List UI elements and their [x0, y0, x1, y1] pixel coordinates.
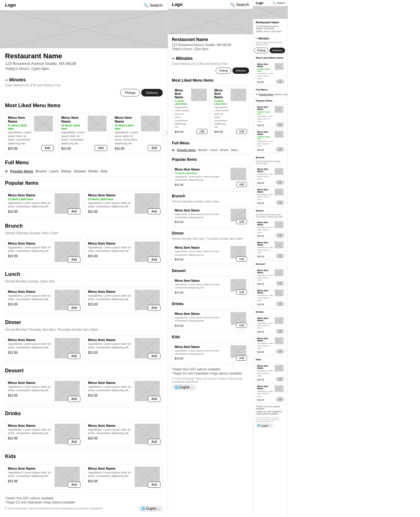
language-button-large[interactable]: 🌐 English ⌄	[138, 506, 163, 511]
add-button[interactable]: Add	[277, 302, 283, 305]
nav-popular-small[interactable]: Popular Items	[259, 93, 273, 96]
kids-grid-large: Menu Item Name Ingredients: Lorem ipsum …	[0, 461, 168, 492]
item-price: $15.00	[257, 255, 274, 258]
nav-dinner-medium[interactable]: Dinner	[220, 148, 229, 152]
brunch-grid-large: Menu Item Name Ingredients: Lorem ipsum …	[0, 236, 168, 267]
nav-brunch-large[interactable]: Brunch	[36, 169, 47, 173]
restaurant-name-small: Restaurant Name	[256, 21, 285, 24]
lunch-grid-large: Menu Item Name Ingredients: Lorem ipsum …	[0, 284, 168, 316]
add-button[interactable]: Add	[68, 257, 80, 263]
nav-dessert-medium[interactable]: Dess...	[231, 148, 240, 152]
item-name: Menu Item Name	[175, 168, 229, 171]
add-button[interactable]: Add	[277, 148, 283, 151]
item-badge: #1 Most Liked Item	[8, 198, 53, 201]
most-liked-item-1-large: Menu Item Name #1 Most Liked Item Ingred…	[5, 113, 56, 153]
delivery-button-small[interactable]: Delivery	[270, 48, 285, 53]
add-button[interactable]: Add	[236, 323, 247, 328]
list-item: Menu Item Name #2 Most Liked Item Ingred…	[212, 86, 249, 136]
nav-brunch-medium[interactable]: Brunch	[198, 148, 207, 152]
add-button[interactable]: Add	[277, 181, 283, 184]
list-item: Menu Item Name Ingredients: Lorem ipsum …	[256, 336, 285, 355]
add-button[interactable]: Add	[148, 439, 160, 445]
logo-large: Logo	[5, 3, 16, 8]
add-button[interactable]: Add	[277, 398, 283, 401]
nav-dessert-large[interactable]: Dessert	[74, 169, 86, 173]
pickup-button-small[interactable]: Pickup	[254, 48, 268, 53]
pickup-button-medium[interactable]: Pickup	[216, 67, 231, 74]
item-desc: Ingredients: Lorem ipsum dolor sit amet,…	[88, 246, 133, 253]
add-button[interactable]: Add	[68, 208, 80, 214]
nav-dinner-large[interactable]: Dinner	[61, 169, 71, 173]
language-button-small[interactable]: 🌐 English ⌄	[256, 424, 273, 427]
list-item: Menu Item Name Ingredients: Lorem ipsum …	[256, 288, 285, 307]
most-liked-header-large: Most Liked Menu Items	[0, 99, 168, 110]
add-button[interactable]: Add	[236, 356, 247, 361]
add-button[interactable]: Add	[148, 257, 160, 263]
add-button[interactable]: Add	[277, 254, 283, 258]
section-dinner-large: Dinner	[0, 316, 168, 327]
item-desc: Ingredients: Lorem ipsum dolor sit amet.…	[257, 274, 274, 282]
nav-popular-medium[interactable]: Popular Items	[177, 148, 196, 152]
nav-lunch-large[interactable]: Lunch	[49, 169, 59, 173]
add-button[interactable]: Add	[148, 145, 160, 151]
add-button[interactable]: Add	[68, 305, 80, 311]
add-button[interactable]: Add	[68, 439, 80, 445]
delivery-button-large[interactable]: Delivery	[141, 89, 163, 96]
add-button[interactable]: Add	[277, 201, 283, 204]
nav-popular-large[interactable]: Popular Items	[10, 169, 33, 173]
add-button[interactable]: Add	[277, 282, 283, 285]
add-button[interactable]: Add	[277, 377, 283, 381]
add-button[interactable]: Add	[68, 482, 80, 488]
minutes-small: -- Minutes	[256, 37, 269, 40]
add-button[interactable]: Add	[277, 123, 283, 126]
add-button[interactable]: Add	[236, 219, 247, 224]
nav-brunch-small[interactable]: Brunch	[275, 93, 282, 96]
add-button[interactable]: Add	[277, 234, 283, 237]
add-button[interactable]: Add	[41, 145, 54, 151]
item-name: Menu Item Name	[88, 381, 133, 385]
item-name: Menu Item Name	[257, 269, 274, 274]
add-button[interactable]: Add	[236, 129, 247, 134]
search-button-medium[interactable]: 🔍 Search	[230, 2, 249, 7]
add-button[interactable]: Add	[277, 329, 283, 333]
restaurant-name-medium: Restaurant Name	[172, 37, 249, 42]
search-button-small[interactable]: 🔍 Search	[272, 2, 285, 5]
nav-kids-large[interactable]: Kids	[101, 169, 107, 173]
add-button[interactable]: Add	[236, 257, 247, 262]
item-desc: Ingredients: Lorem ipsum dolor sit amet,…	[88, 471, 133, 478]
item-image	[275, 337, 283, 344]
add-button[interactable]: Add	[236, 290, 247, 295]
add-button[interactable]: Add	[148, 305, 160, 311]
list-item: Menu Item Name Ingredients: Lorem ipsum …	[256, 363, 285, 382]
add-button[interactable]: Add	[148, 482, 160, 488]
language-button-medium[interactable]: 🌐 English ⌄	[172, 385, 196, 390]
add-button[interactable]: Add	[236, 182, 247, 187]
footer-copyright-small: © 2023 DoorDash Terms of Service Privacy…	[256, 417, 285, 422]
nav-lunch-small[interactable]: Lunch	[283, 93, 288, 96]
item-price: $15.99	[8, 437, 53, 440]
list-item: Menu Item Name Ingredients: Lorem ipsum …	[256, 316, 285, 334]
add-button[interactable]: Add	[277, 350, 283, 353]
add-button[interactable]: Add	[148, 353, 160, 359]
search-button-large[interactable]: 🔍 Search	[143, 3, 163, 8]
add-button[interactable]: Add	[95, 145, 107, 151]
add-button[interactable]: Add	[148, 396, 160, 402]
nav-lunch-medium[interactable]: Lunch	[210, 148, 218, 152]
delivery-button-medium[interactable]: Delivery	[232, 67, 249, 74]
add-button[interactable]: Add	[277, 80, 283, 83]
item-name: Menu Item Name	[88, 193, 133, 197]
item-desc: Ingredients: Lorem ipsum dolor sit amet.…	[257, 115, 274, 123]
item-name: Menu Item Name	[88, 290, 133, 293]
item-desc: Ingredients: Lorem ipsum dolor sit amet,…	[8, 385, 53, 392]
item-image	[141, 116, 160, 131]
add-button[interactable]: Add	[148, 208, 160, 214]
logo-medium: Logo	[172, 2, 183, 7]
item-name: Menu Item Name	[214, 89, 230, 99]
pickup-button-large[interactable]: Pickup	[120, 89, 140, 96]
add-button[interactable]: Add	[68, 396, 80, 402]
add-button[interactable]: Add	[68, 353, 80, 359]
brunch-subtitle-large: Served Saturday-Sunday 10am-12pm	[0, 231, 168, 236]
add-button[interactable]: Add	[196, 129, 207, 134]
nav-drinks-large[interactable]: Drinks	[88, 169, 98, 173]
item-name: Menu Item Name	[88, 424, 133, 427]
